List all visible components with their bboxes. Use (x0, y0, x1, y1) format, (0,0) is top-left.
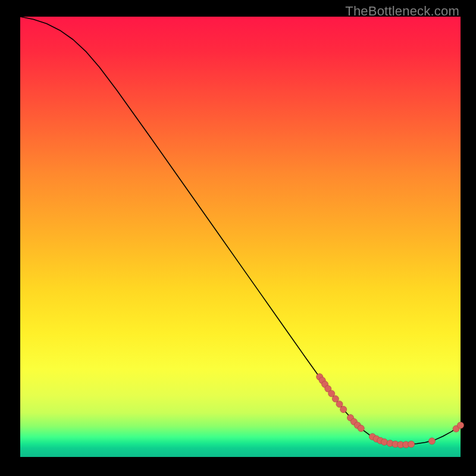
curve-marker (340, 406, 347, 413)
curve-marker (408, 441, 415, 447)
curve-marker (358, 425, 364, 431)
curve-marker (428, 438, 435, 444)
curve-marker (381, 439, 387, 445)
curve-marker (457, 422, 464, 428)
bottleneck-curve (20, 17, 461, 444)
chart-stage: TheBottleneck.com (0, 0, 476, 476)
curve-svg (20, 17, 461, 457)
plot-area (20, 17, 461, 457)
